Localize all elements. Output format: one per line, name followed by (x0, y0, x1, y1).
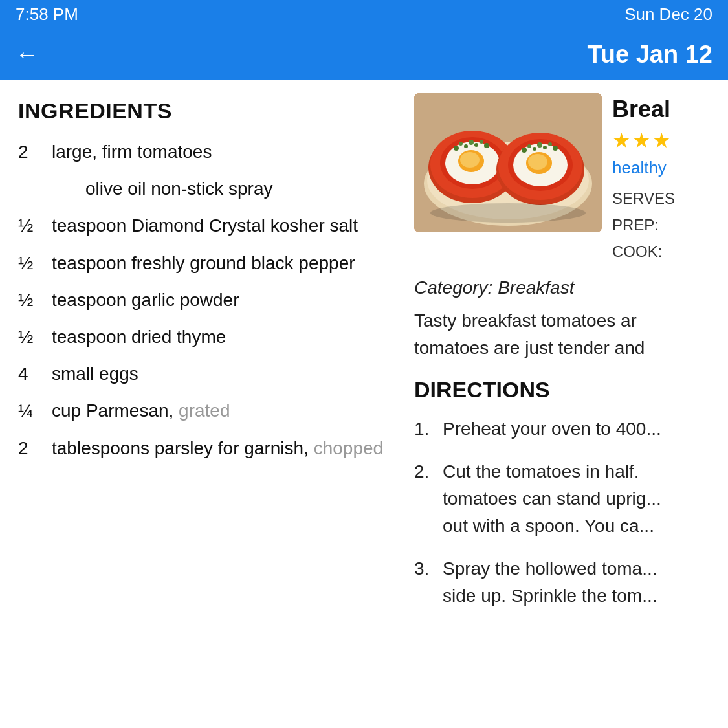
modifier: grated (179, 401, 230, 421)
list-item: 2. Cut the tomatoes in half.tomatoes can… (414, 458, 718, 540)
cook-label: COOK: (612, 239, 718, 265)
left-panel: INGREDIENTS 2 large, firm tomatoes olive… (0, 80, 414, 728)
recipe-category: Category: Breakfast (414, 278, 718, 298)
description-line1: Tasty breakfast tomatoes ar (414, 311, 637, 331)
directions-list: 1. Preheat your oven to 400... 2. Cut th… (414, 415, 718, 610)
status-date: Sun Dec 20 (624, 5, 712, 25)
ingredient-qty: ¼ (18, 398, 52, 423)
svg-point-21 (484, 143, 489, 148)
ingredient-desc: olive oil non-stick spray (85, 176, 272, 201)
ingredient-qty: ½ (18, 287, 52, 313)
svg-point-8 (460, 152, 480, 168)
direction-text: Preheat your oven to 400... (443, 415, 661, 443)
ingredient-desc: teaspoon freshly ground black pepper (52, 250, 355, 276)
list-item: olive oil non-stick spray (18, 176, 396, 201)
status-bar: 7:58 PM Sun Dec 20 (0, 0, 728, 28)
svg-point-17 (464, 144, 468, 148)
ingredients-title: INGREDIENTS (18, 98, 396, 124)
ingredient-qty: ½ (18, 213, 52, 238)
ingredient-desc: teaspoon dried thyme (52, 324, 226, 349)
svg-point-20 (480, 140, 483, 144)
recipe-meta: Breal ★ ★ ★ healthy SERVES PREP: COOK: (612, 93, 718, 265)
list-item: ½ teaspoon Diamond Crystal kosher salt (18, 213, 396, 238)
svg-point-16 (459, 142, 463, 146)
svg-point-23 (527, 144, 531, 148)
status-time: 7:58 PM (16, 5, 624, 25)
main-content: INGREDIENTS 2 large, firm tomatoes olive… (0, 80, 728, 728)
ingredient-qty: ½ (18, 250, 52, 276)
back-button[interactable]: ← (16, 41, 39, 68)
svg-point-24 (533, 147, 536, 151)
serves-label: SERVES (612, 186, 718, 212)
svg-point-26 (543, 146, 547, 149)
svg-point-15 (454, 146, 459, 151)
list-item: ½ teaspoon freshly ground black pepper (18, 250, 396, 276)
list-item: 2 tablespoons parsley for garnish, chopp… (18, 436, 396, 461)
ingredient-desc: teaspoon garlic powder (52, 287, 239, 313)
direction-text: Spray the hollowed toma...side up. Sprin… (443, 555, 657, 610)
directions-title: DIRECTIONS (414, 377, 718, 403)
svg-point-27 (548, 142, 552, 146)
list-item: 1. Preheat your oven to 400... (414, 415, 718, 443)
description-line2: tomatoes are just tender and (414, 338, 645, 358)
svg-point-29 (430, 203, 586, 223)
recipe-description: Tasty breakfast tomatoes ar tomatoes are… (414, 307, 718, 362)
star-1: ★ (612, 128, 631, 153)
star-rating: ★ ★ ★ (612, 128, 718, 153)
recipe-header: Breal ★ ★ ★ healthy SERVES PREP: COOK: (414, 93, 718, 265)
ingredient-desc: cup Parmesan, grated (52, 398, 230, 423)
direction-num: 3. (414, 555, 432, 610)
ingredient-qty: 2 (18, 436, 52, 461)
svg-point-25 (537, 142, 542, 148)
recipe-stats: SERVES PREP: COOK: (612, 186, 718, 265)
ingredient-desc: large, firm tomatoes (52, 139, 212, 164)
ingredient-qty: 2 (18, 139, 52, 164)
list-item: ¼ cup Parmesan, grated (18, 398, 396, 423)
svg-point-19 (474, 143, 478, 147)
direction-num: 1. (414, 415, 432, 443)
modifier: chopped (314, 438, 383, 458)
ingredient-qty: ½ (18, 324, 52, 349)
svg-point-22 (522, 148, 527, 153)
ingredient-qty: 4 (18, 361, 52, 386)
svg-point-14 (528, 154, 547, 170)
ingredient-list: 2 large, firm tomatoes olive oil non-sti… (18, 139, 396, 461)
star-2: ★ (632, 128, 651, 153)
ingredient-desc: small eggs (52, 361, 138, 386)
list-item: 3. Spray the hollowed toma...side up. Sp… (414, 555, 718, 610)
svg-point-28 (553, 146, 558, 151)
nav-date: Tue Jan 12 (587, 41, 712, 69)
list-item: ½ teaspoon dried thyme (18, 324, 396, 349)
list-item: 2 large, firm tomatoes (18, 139, 396, 164)
recipe-image (414, 93, 602, 232)
prep-label: PREP: (612, 212, 718, 239)
direction-num: 2. (414, 458, 432, 540)
direction-text: Cut the tomatoes in half.tomatoes can st… (443, 458, 661, 540)
ingredient-desc: teaspoon Diamond Crystal kosher salt (52, 213, 358, 238)
ingredient-desc: tablespoons parsley for garnish, chopped (52, 436, 383, 461)
list-item: ½ teaspoon garlic powder (18, 287, 396, 313)
star-3: ★ (652, 128, 671, 153)
recipe-tag: healthy (612, 158, 718, 178)
svg-point-18 (469, 140, 474, 145)
recipe-name: Breal (612, 96, 718, 123)
nav-bar: ← Tue Jan 12 (0, 28, 728, 80)
list-item: 4 small eggs (18, 361, 396, 386)
right-panel: Breal ★ ★ ★ healthy SERVES PREP: COOK: C… (414, 80, 728, 728)
